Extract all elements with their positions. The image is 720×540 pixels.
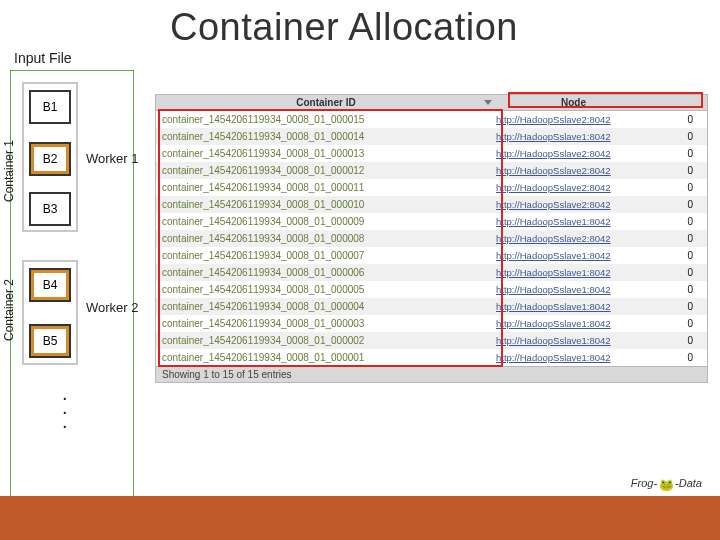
- cell-container-id[interactable]: container_1454206119934_0008_01_000014: [156, 131, 496, 142]
- frog-b-data-logo: Frog- -Data: [631, 476, 702, 490]
- worker-1-label: Worker 1: [86, 151, 139, 166]
- cell-node-link[interactable]: http://HadoopSslave2:8042: [496, 182, 651, 193]
- cell-num: 0: [651, 267, 701, 278]
- cell-node-link[interactable]: http://HadoopSslave1:8042: [496, 216, 651, 227]
- cell-container-id[interactable]: container_1454206119934_0008_01_000006: [156, 267, 496, 278]
- cell-node-link[interactable]: http://HadoopSslave1:8042: [496, 267, 651, 278]
- cell-container-id[interactable]: container_1454206119934_0008_01_000008: [156, 233, 496, 244]
- cell-container-id[interactable]: container_1454206119934_0008_01_000001: [156, 352, 496, 363]
- cell-node-link[interactable]: http://HadoopSslave2:8042: [496, 165, 651, 176]
- table-row: container_1454206119934_0008_01_000005ht…: [156, 281, 707, 298]
- table-row: container_1454206119934_0008_01_000010ht…: [156, 196, 707, 213]
- cell-num: 0: [651, 233, 701, 244]
- cell-container-id[interactable]: container_1454206119934_0008_01_000007: [156, 250, 496, 261]
- cell-container-id[interactable]: container_1454206119934_0008_01_000003: [156, 318, 496, 329]
- header-num[interactable]: [651, 95, 701, 110]
- block-b3: B3: [29, 192, 71, 226]
- block-b2: B2: [29, 142, 71, 176]
- table-row: container_1454206119934_0008_01_000002ht…: [156, 332, 707, 349]
- table-row: container_1454206119934_0008_01_000001ht…: [156, 349, 707, 366]
- table-header: Container ID Node: [156, 95, 707, 111]
- logo-suffix: -Data: [675, 477, 702, 489]
- cell-num: 0: [651, 114, 701, 125]
- cell-node-link[interactable]: http://HadoopSslave1:8042: [496, 352, 651, 363]
- slide-title: Container Allocation: [170, 6, 518, 49]
- container-table: Container ID Node container_145420611993…: [155, 94, 708, 383]
- slide: Container Allocation Input File Containe…: [0, 0, 720, 540]
- cell-num: 0: [651, 352, 701, 363]
- cell-num: 0: [651, 199, 701, 210]
- cell-num: 0: [651, 284, 701, 295]
- cell-container-id[interactable]: container_1454206119934_0008_01_000015: [156, 114, 496, 125]
- cell-container-id[interactable]: container_1454206119934_0008_01_000004: [156, 301, 496, 312]
- ellipsis-dots: ...: [62, 388, 72, 430]
- logo-prefix: Frog-: [631, 477, 657, 489]
- container-2-group: B4 B5: [22, 260, 78, 365]
- cell-container-id[interactable]: container_1454206119934_0008_01_000010: [156, 199, 496, 210]
- table-row: container_1454206119934_0008_01_000004ht…: [156, 298, 707, 315]
- table-row: container_1454206119934_0008_01_000014ht…: [156, 128, 707, 145]
- cell-container-id[interactable]: container_1454206119934_0008_01_000012: [156, 165, 496, 176]
- cell-node-link[interactable]: http://HadoopSslave2:8042: [496, 233, 651, 244]
- cell-num: 0: [651, 335, 701, 346]
- cell-node-link[interactable]: http://HadoopSslave2:8042: [496, 114, 651, 125]
- container-1-group: B1 B2 B3: [22, 82, 78, 232]
- cell-node-link[interactable]: http://HadoopSslave2:8042: [496, 199, 651, 210]
- cell-num: 0: [651, 216, 701, 227]
- table-row: container_1454206119934_0008_01_000012ht…: [156, 162, 707, 179]
- cell-num: 0: [651, 318, 701, 329]
- container-2-label: Container 2: [2, 265, 16, 355]
- table-row: container_1454206119934_0008_01_000015ht…: [156, 111, 707, 128]
- header-container-id[interactable]: Container ID: [156, 95, 496, 110]
- container-1-label: Container 1: [2, 115, 16, 227]
- cell-node-link[interactable]: http://HadoopSslave1:8042: [496, 284, 651, 295]
- cell-container-id[interactable]: container_1454206119934_0008_01_000013: [156, 148, 496, 159]
- header-node[interactable]: Node: [496, 95, 651, 110]
- cell-container-id[interactable]: container_1454206119934_0008_01_000005: [156, 284, 496, 295]
- block-b5: B5: [29, 324, 71, 358]
- cell-num: 0: [651, 148, 701, 159]
- sort-icon: [484, 100, 492, 105]
- table-row: container_1454206119934_0008_01_000008ht…: [156, 230, 707, 247]
- table-row: container_1454206119934_0008_01_000006ht…: [156, 264, 707, 281]
- cell-num: 0: [651, 182, 701, 193]
- cell-num: 0: [651, 301, 701, 312]
- table-row: container_1454206119934_0008_01_000009ht…: [156, 213, 707, 230]
- input-file-label: Input File: [14, 50, 72, 66]
- cell-node-link[interactable]: http://HadoopSslave1:8042: [496, 335, 651, 346]
- cell-num: 0: [651, 250, 701, 261]
- cell-node-link[interactable]: http://HadoopSslave1:8042: [496, 301, 651, 312]
- cell-node-link[interactable]: http://HadoopSslave1:8042: [496, 131, 651, 142]
- header-container-id-text: Container ID: [296, 97, 355, 108]
- cell-container-id[interactable]: container_1454206119934_0008_01_000009: [156, 216, 496, 227]
- cell-node-link[interactable]: http://HadoopSslave2:8042: [496, 148, 651, 159]
- cell-node-link[interactable]: http://HadoopSslave1:8042: [496, 318, 651, 329]
- table-row: container_1454206119934_0008_01_000013ht…: [156, 145, 707, 162]
- footer-bar: [0, 498, 720, 540]
- block-b4: B4: [29, 268, 71, 302]
- cell-node-link[interactable]: http://HadoopSslave1:8042: [496, 250, 651, 261]
- cell-container-id[interactable]: container_1454206119934_0008_01_000011: [156, 182, 496, 193]
- cell-container-id[interactable]: container_1454206119934_0008_01_000002: [156, 335, 496, 346]
- table-row: container_1454206119934_0008_01_000007ht…: [156, 247, 707, 264]
- table-row: container_1454206119934_0008_01_000011ht…: [156, 179, 707, 196]
- worker-2-label: Worker 2: [86, 300, 139, 315]
- block-b1: B1: [29, 90, 71, 124]
- cell-num: 0: [651, 165, 701, 176]
- table-body: container_1454206119934_0008_01_000015ht…: [156, 111, 707, 366]
- cell-num: 0: [651, 131, 701, 142]
- table-row: container_1454206119934_0008_01_000003ht…: [156, 315, 707, 332]
- table-footer: Showing 1 to 15 of 15 entries: [156, 366, 707, 382]
- frog-icon: [659, 478, 673, 492]
